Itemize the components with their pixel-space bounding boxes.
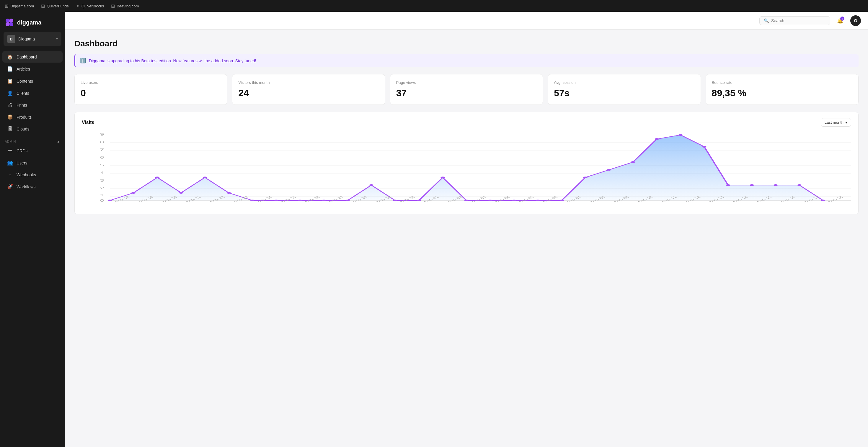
workspace-name: Diggama [18,37,53,41]
clients-icon: 👤 [7,90,13,96]
contents-icon: 📋 [7,78,13,84]
svg-point-3 [9,22,13,26]
svg-point-0 [6,19,10,23]
admin-collapse-icon[interactable]: ▲ [57,140,60,143]
chevron-down-icon: ▾ [845,120,847,125]
search-input[interactable] [771,18,826,23]
stat-label-live-users: Live users [81,80,221,85]
svg-point-49 [678,134,683,136]
stat-label-pageviews: Page views [396,80,537,85]
sidebar-item-articles[interactable]: 📄 Articles [2,63,63,75]
svg-point-54 [798,184,802,186]
stat-value-live-users: 0 [81,88,221,99]
svg-point-35 [345,200,349,201]
sidebar: diggama D Diggama ▾ 🏠 Dashboard 📄 Articl… [0,12,65,447]
sidebar-item-webhooks[interactable]: ↕ Webhooks [2,169,63,181]
svg-point-44 [559,200,564,201]
svg-point-38 [417,200,421,201]
visits-chart: 9 8 7 6 5 4 3 2 1 0 [82,131,851,202]
sidebar-label-produits: Produits [17,115,32,120]
stats-grid: Live users 0 Visitors this month 24 Page… [74,74,859,105]
avatar[interactable]: G [850,15,861,26]
svg-text:8: 8 [100,140,104,144]
chart-title: Visits [82,120,94,125]
sidebar-item-produits[interactable]: 📦 Produits [2,111,63,123]
topbar-icon-quiverblocks: ✦ [76,3,80,9]
topbar-item-quiverblocks[interactable]: ✦ QuiverBlocks [76,3,104,9]
search-box[interactable]: 🔍 [760,16,830,25]
topbar: ⊞ Diggama.com ⊞ QuiverFunds ✦ QuiverBloc… [0,0,868,12]
sidebar-label-workflows: Workflows [17,185,35,189]
svg-point-36 [369,184,373,186]
content-area: 🔍 🔔 2 G Dashboard ℹ️ Diggama is upgradin… [65,12,868,447]
sidebar-item-clouds[interactable]: 🗄 Clouds [2,123,63,135]
stat-card-bouncerate: Bounce rate 89,35 % [706,74,859,105]
notification-bell[interactable]: 🔔 2 [835,15,845,26]
sidebar-item-users[interactable]: 👥 Users [2,157,63,168]
svg-point-31 [250,200,254,201]
sidebar-label-clients: Clients [17,91,29,96]
svg-point-42 [512,200,516,201]
stat-label-bouncerate: Bounce rate [712,80,852,85]
stat-label-avgsession: Avg. session [554,80,694,85]
svg-marker-24 [110,135,823,200]
alert-banner: ℹ️ Diggama is upgrading to his Beta test… [74,54,859,67]
svg-point-30 [226,192,230,194]
sidebar-label-crds: CRDs [17,149,27,153]
stat-label-visitors: Visitors this month [238,80,379,85]
svg-point-2 [6,22,10,26]
stat-card-pageviews: Page views 37 [390,74,543,105]
sidebar-item-contents[interactable]: 📋 Contents [2,75,63,87]
svg-point-33 [298,200,302,201]
articles-icon: 📄 [7,66,13,72]
svg-point-25 [108,200,112,201]
search-icon: 🔍 [764,18,769,23]
svg-point-26 [131,192,135,194]
topbar-item-quiverfunds[interactable]: ⊞ QuiverFunds [41,3,68,9]
sidebar-item-dashboard[interactable]: 🏠 Dashboard [2,51,63,63]
svg-point-47 [631,161,635,163]
webhooks-icon: ↕ [7,172,13,178]
clouds-icon: 🗄 [7,126,13,132]
sidebar-item-workflows[interactable]: 🚀 Workflows [2,181,63,192]
svg-point-37 [393,200,397,201]
sidebar-label-articles: Articles [17,67,30,71]
topbar-item-diggama[interactable]: ⊞ Diggama.com [5,3,34,9]
sidebar-item-crds[interactable]: 🗃 CRDs [2,145,63,157]
workspace-selector[interactable]: D Diggama ▾ [4,32,61,46]
topbar-item-beeving[interactable]: ⊞ Beeving.com [111,3,139,9]
topbar-icon-quiverfunds: ⊞ [41,3,45,9]
logo-text: diggama [17,19,41,26]
chevron-down-icon: ▾ [56,37,58,41]
page-content: Dashboard ℹ️ Diggama is upgrading to his… [65,30,868,447]
svg-point-48 [655,138,659,140]
topbar-icon-beeving: ⊞ [111,3,115,9]
stat-card-visitors: Visitors this month 24 [232,74,385,105]
svg-point-43 [536,200,540,201]
sidebar-label-clouds: Clouds [17,127,30,131]
sidebar-item-clients[interactable]: 👤 Clients [2,87,63,99]
page-title: Dashboard [74,39,859,49]
svg-point-34 [322,200,326,201]
stat-value-avgsession: 57s [554,88,694,99]
svg-text:1: 1 [100,193,104,197]
svg-text:5: 5 [100,163,104,167]
stat-card-live-users: Live users 0 [74,74,227,105]
svg-point-32 [274,200,278,201]
stat-value-pageviews: 37 [396,88,537,99]
sidebar-item-prints[interactable]: 🖨 Prints [2,99,63,111]
produits-icon: 📦 [7,114,13,120]
main-layout: diggama D Diggama ▾ 🏠 Dashboard 📄 Articl… [0,12,868,447]
workflows-icon: 🚀 [7,184,13,190]
svg-text:2: 2 [100,186,104,190]
period-select[interactable]: Last month ▾ [821,118,851,127]
svg-text:0: 0 [100,199,104,202]
svg-text:9: 9 [100,133,104,136]
period-label: Last month [825,120,843,125]
svg-point-27 [155,177,159,178]
home-icon: 🏠 [7,54,13,60]
sidebar-label-users: Users [17,161,27,165]
svg-point-45 [583,177,588,178]
stat-value-visitors: 24 [238,88,379,99]
alert-message: Diggama is upgrading to his Beta test ed… [89,59,256,63]
